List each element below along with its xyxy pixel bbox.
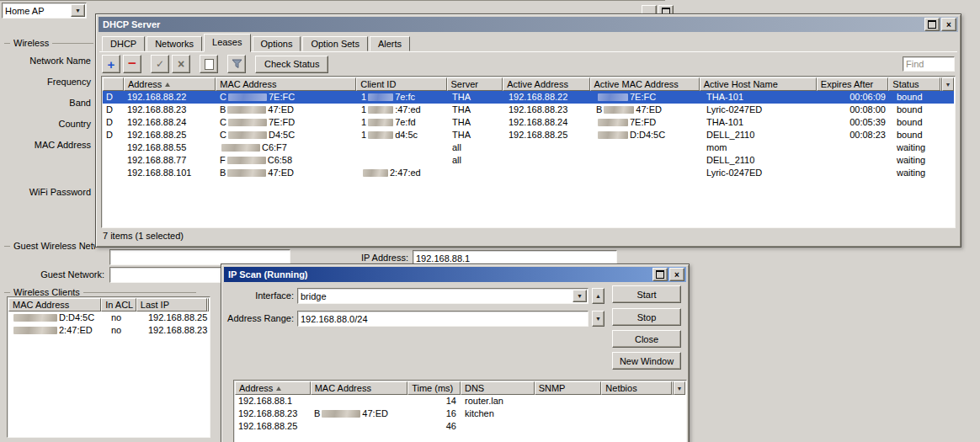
sort-asc-icon [165,83,170,87]
disable-button[interactable]: × [172,55,190,73]
tab-leases[interactable]: Leases [204,34,250,52]
dhcp-toolbar: + − ✓ × Check Status [102,54,955,74]
tab-networks[interactable]: Networks [146,36,202,51]
maximize-icon [656,270,664,279]
label-wifi-password: WiFi Password [7,187,91,197]
lease-rows: D 192.168.88.22 C7E:FC 17e:fc THA 192.16… [103,91,954,226]
column-active-host[interactable]: Active Host Name [700,77,817,91]
column-active-address[interactable]: Active Address [503,77,589,91]
filter-icon [232,59,242,69]
close-button[interactable]: × [941,18,956,31]
sort-asc-icon [276,386,281,391]
dhcp-tabstrip: DHCP Networks Leases Options Option Sets… [99,35,957,52]
column-address[interactable]: Address [124,77,216,91]
new-window-button[interactable]: New Window [612,352,681,370]
column-mac-address[interactable]: MAC Address [311,381,408,395]
redacted-client-id [363,169,388,177]
chevron-down-icon[interactable]: ▼ [71,4,85,17]
section-wireless: Wireless [4,38,93,48]
address-range-input[interactable] [298,312,588,326]
close-button[interactable]: × [669,268,684,281]
tab-dhcp[interactable]: DHCP [102,36,145,51]
maximize-button[interactable] [924,18,940,31]
lease-row[interactable]: D 192.168.88.24 C7E:FD 17e:fd THA 192.16… [103,116,954,129]
redacted-mac [221,144,260,152]
column-flag[interactable] [103,77,124,91]
column-mac-address[interactable]: MAC Address [8,298,101,312]
tab-option-sets[interactable]: Option Sets [302,36,367,51]
find-input[interactable] [903,57,954,71]
stop-button[interactable]: Stop [612,308,681,326]
lease-row[interactable]: D 192.168.88.23 B47:ED 1:47:ed THA 192.1… [103,104,954,116]
tab-options[interactable]: Options [253,36,301,51]
column-client-id[interactable]: Client ID [356,77,446,91]
label-address-range: Address Range: [225,313,294,323]
window-title: DHCP Server [103,19,160,29]
scan-row[interactable]: 192.168.88.25 46 [235,420,685,433]
column-netbios[interactable]: Netbios [601,381,672,395]
column-in-acl[interactable]: In ACL [101,298,136,312]
check-status-button[interactable]: Check Status [255,56,328,73]
lease-row[interactable]: D 192.168.88.25 CD4:5C 1d4:5c THA 192.16… [103,129,954,141]
scan-row[interactable]: 192.168.88.23 B47:ED 16 kitchen [235,407,685,420]
column-time[interactable]: Time (ms) [407,381,461,395]
enable-button[interactable]: ✓ [151,55,169,73]
clients-rows: D:D4:5C no 192.168.88.25 2:47:ED no 192.… [8,312,209,436]
interface-input[interactable] [298,289,572,303]
column-expires-after[interactable]: Expires After [817,77,889,91]
redacted-client-id [368,106,393,114]
find-field[interactable] [903,56,955,72]
down-arrow-button[interactable]: ▼ [592,311,605,327]
profile-combo-input[interactable] [3,3,70,18]
filter-button[interactable] [227,55,246,73]
column-mac-address[interactable]: MAC Address [216,77,356,91]
window-title: IP Scan (Running) [228,269,308,280]
lease-row[interactable]: 192.168.88.77 FC6:58 all DELL_2110 waiti… [103,154,954,167]
add-button[interactable]: + [102,55,120,73]
redacted-mac [228,131,267,139]
column-active-mac[interactable]: Active MAC Address [590,77,700,91]
remove-button[interactable]: − [123,55,141,73]
lease-row[interactable]: 192.168.88.101 B47:ED 2:47:ed Lyric-0247… [103,167,954,179]
client-row[interactable]: 2:47:ED no 192.168.88.23 [8,324,209,337]
lease-row[interactable]: 192.168.88.55 C6:F7 all mom waiting [103,141,954,154]
status-bar: 7 items (1 selected) [103,231,184,242]
chevron-down-icon[interactable]: ▼ [573,290,587,302]
column-selector-button[interactable]: ▼ [942,77,954,91]
screen: ▼ Wireless Network Name Frequency Band C… [0,0,980,442]
profile-combo[interactable]: ▼ [2,3,87,19]
scan-rows: 192.168.88.1 14 router.lan 192.168.88.23… [235,395,685,442]
redacted-active-mac [598,119,628,126]
scan-row[interactable]: 192.168.88.1 14 router.lan [235,395,685,407]
guest-password-input[interactable] [110,250,290,264]
up-arrow-button[interactable]: ▲ [592,288,605,304]
section-guest-wireless: Guest Wireless Netw [4,241,95,251]
tab-alerts[interactable]: Alerts [370,36,410,51]
column-status[interactable]: Status [888,77,940,91]
client-row[interactable]: D:D4:5C no 192.168.88.25 [8,312,209,324]
column-filler [207,298,209,312]
column-server[interactable]: Server [447,77,503,91]
dhcp-titlebar[interactable]: DHCP Server × [99,17,958,32]
dhcp-server-window: DHCP Server × DHCP Networks Leases Optio… [95,13,961,248]
column-address[interactable]: Address [235,381,311,395]
address-range-field[interactable] [297,311,589,327]
ip-scan-titlebar[interactable]: IP Scan (Running) × [224,267,686,282]
lease-table-header: Address MAC Address Client ID Server Act… [103,77,954,91]
scan-results-table: Address MAC Address Time (ms) DNS SNMP N… [233,380,687,442]
redacted-client-id [368,93,393,101]
column-snmp[interactable]: SNMP [535,381,602,395]
comment-button[interactable] [200,55,218,73]
start-button[interactable]: Start [612,285,681,303]
label-interface: Interface: [225,290,294,301]
maximize-button[interactable] [652,268,668,281]
minus-icon: − [128,60,136,68]
check-icon: ✓ [156,58,164,70]
redacted-mac [227,106,266,114]
column-selector-button[interactable]: ▼ [674,381,685,395]
close-button[interactable]: Close [612,330,681,348]
interface-select[interactable]: ▼ [297,288,589,304]
column-last-ip[interactable]: Last IP [136,298,207,312]
column-dns[interactable]: DNS [461,381,535,395]
lease-row[interactable]: D 192.168.88.22 C7E:FC 17e:fc THA 192.16… [103,91,954,104]
